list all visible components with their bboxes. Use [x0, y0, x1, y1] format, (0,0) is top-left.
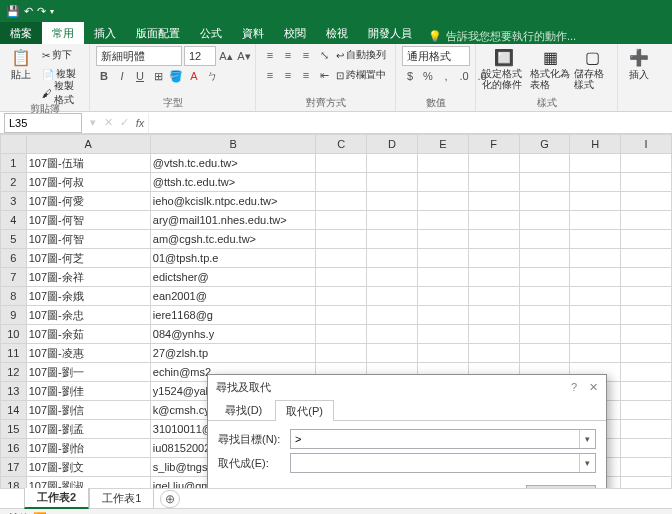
cell[interactable]: [316, 268, 367, 287]
cell[interactable]: [519, 192, 570, 211]
orientation-icon[interactable]: ⤡: [316, 47, 332, 63]
increase-decimal-icon[interactable]: .0: [456, 68, 472, 84]
cell[interactable]: [570, 173, 621, 192]
cell[interactable]: [570, 230, 621, 249]
cell[interactable]: [621, 363, 672, 382]
row-header[interactable]: 10: [1, 325, 27, 344]
row-header[interactable]: 9: [1, 306, 27, 325]
cell[interactable]: [316, 287, 367, 306]
cell[interactable]: [367, 268, 418, 287]
cell[interactable]: [418, 211, 469, 230]
cell[interactable]: [621, 173, 672, 192]
tab-formulas[interactable]: 公式: [190, 22, 232, 44]
cell[interactable]: [621, 249, 672, 268]
cell[interactable]: [316, 173, 367, 192]
cell[interactable]: 107圖-何芝: [26, 249, 150, 268]
paste-button[interactable]: 📋貼上: [6, 46, 36, 82]
cell[interactable]: [621, 477, 672, 489]
underline-icon[interactable]: U: [132, 68, 148, 84]
formula-input[interactable]: [148, 113, 672, 133]
tab-find[interactable]: 尋找(D): [214, 399, 273, 420]
save-icon[interactable]: 💾: [6, 5, 20, 18]
options-button[interactable]: 選項(T) >>: [526, 485, 596, 488]
cell[interactable]: [519, 230, 570, 249]
cell[interactable]: @ttsh.tc.edu.tw>: [150, 173, 316, 192]
cell[interactable]: [621, 344, 672, 363]
border-icon[interactable]: ⊞: [150, 68, 166, 84]
row-header[interactable]: 14: [1, 401, 27, 420]
row-header[interactable]: 7: [1, 268, 27, 287]
undo-icon[interactable]: ↶: [24, 5, 33, 18]
tab-review[interactable]: 校閱: [274, 22, 316, 44]
cell[interactable]: [519, 268, 570, 287]
tab-insert[interactable]: 插入: [84, 22, 126, 44]
conditional-format-button[interactable]: 🔲設定格式化的條件: [482, 46, 526, 90]
cell[interactable]: [621, 287, 672, 306]
cell[interactable]: [367, 211, 418, 230]
cell[interactable]: [418, 344, 469, 363]
cell[interactable]: [316, 192, 367, 211]
chevron-down-icon[interactable]: ▾: [579, 430, 595, 448]
cell[interactable]: [570, 249, 621, 268]
redo-icon[interactable]: ↷: [37, 5, 46, 18]
row-header[interactable]: 18: [1, 477, 27, 489]
cell[interactable]: 107圖-劉孟: [26, 420, 150, 439]
cell[interactable]: [367, 154, 418, 173]
qat-more-icon[interactable]: ▾: [50, 7, 54, 16]
cell[interactable]: [621, 382, 672, 401]
italic-icon[interactable]: I: [114, 68, 130, 84]
col-header[interactable]: C: [316, 135, 367, 154]
phonetic-icon[interactable]: ㄅ: [204, 68, 220, 84]
cell[interactable]: 27@zlsh.tp: [150, 344, 316, 363]
cell[interactable]: 107圖-何叔: [26, 173, 150, 192]
cell[interactable]: [570, 306, 621, 325]
currency-icon[interactable]: $: [402, 68, 418, 84]
cell[interactable]: 107圖-劉淑: [26, 477, 150, 489]
cell[interactable]: [367, 344, 418, 363]
cell[interactable]: [621, 325, 672, 344]
row-header[interactable]: 15: [1, 420, 27, 439]
cell[interactable]: [570, 325, 621, 344]
tell-me[interactable]: 💡告訴我您想要執行的動作...: [428, 29, 576, 44]
worksheet-grid[interactable]: A B C D E F G H I 1107圖-伍瑞@vtsh.tc.edu.t…: [0, 134, 672, 488]
cell[interactable]: 107圖-余娥: [26, 287, 150, 306]
name-box[interactable]: L35: [4, 113, 82, 133]
cell[interactable]: [570, 211, 621, 230]
fill-color-icon[interactable]: 🪣: [168, 68, 184, 84]
fx-icon[interactable]: fx: [132, 117, 148, 129]
cell[interactable]: [621, 211, 672, 230]
cell[interactable]: 107圖-何愛: [26, 192, 150, 211]
cell[interactable]: [316, 344, 367, 363]
row-header[interactable]: 6: [1, 249, 27, 268]
cell[interactable]: [519, 344, 570, 363]
cell[interactable]: [418, 249, 469, 268]
col-header[interactable]: A: [26, 135, 150, 154]
cell[interactable]: [316, 211, 367, 230]
col-header[interactable]: H: [570, 135, 621, 154]
cut-button[interactable]: ✂剪下: [40, 46, 83, 64]
cell[interactable]: am@cgsh.tc.edu.tw>: [150, 230, 316, 249]
tab-view[interactable]: 檢視: [316, 22, 358, 44]
cell[interactable]: [367, 230, 418, 249]
tab-file[interactable]: 檔案: [0, 22, 42, 44]
replace-with-input[interactable]: ▾: [290, 453, 596, 473]
chevron-down-icon[interactable]: ▾: [579, 454, 595, 472]
comma-icon[interactable]: ,: [438, 68, 454, 84]
cell[interactable]: 107圖-余茹: [26, 325, 150, 344]
row-header[interactable]: 5: [1, 230, 27, 249]
number-format-combo[interactable]: 通用格式: [402, 46, 470, 66]
sheet-tab-active[interactable]: 工作表2: [24, 488, 89, 509]
cell[interactable]: 107圖-余祥: [26, 268, 150, 287]
wrap-text-button[interactable]: ↩自動換列: [334, 46, 388, 64]
cell[interactable]: [468, 249, 519, 268]
cell[interactable]: [468, 173, 519, 192]
cell[interactable]: [418, 268, 469, 287]
cell[interactable]: [468, 192, 519, 211]
cell[interactable]: ean2001@: [150, 287, 316, 306]
cell[interactable]: [519, 173, 570, 192]
tab-developer[interactable]: 開發人員: [358, 22, 422, 44]
cell[interactable]: [570, 192, 621, 211]
cell[interactable]: [468, 230, 519, 249]
cell[interactable]: [316, 249, 367, 268]
cell[interactable]: [367, 287, 418, 306]
